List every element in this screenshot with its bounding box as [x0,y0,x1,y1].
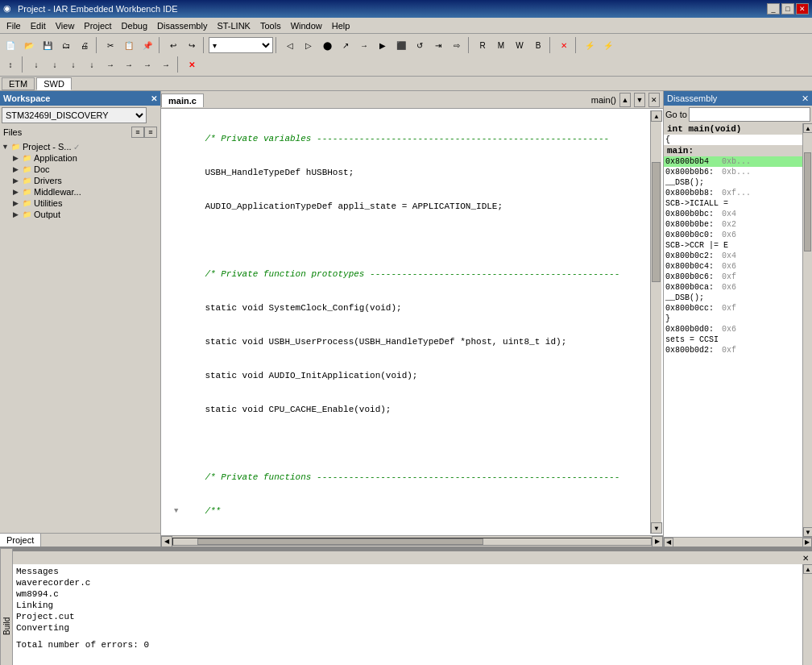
copy-button[interactable]: 📋 [120,37,138,53]
mw-folder-icon: 📁 [21,187,32,197]
debug-over-button[interactable]: ⇨ [448,37,466,53]
etm-tab[interactable]: ETM [2,77,35,90]
paste-button[interactable]: 📌 [139,37,156,53]
maximize-button[interactable]: □ [781,3,794,15]
disasm-scroll-left[interactable]: ◀ [664,538,673,547]
scroll-up-btn[interactable]: ▲ [619,93,631,107]
editor-scrollbar-h[interactable]: ◀ ▶ [161,535,663,547]
toggle-btn[interactable]: ↕ [2,56,19,73]
debug-out-button[interactable]: ⇥ [429,37,447,53]
scroll-track-v[interactable] [651,122,661,522]
step4-btn[interactable]: ↓ [83,56,101,73]
build-side-tab[interactable]: Build [0,548,13,665]
target-dropdown[interactable]: ▾ [209,37,273,53]
files-btn-2[interactable]: ≡ [144,127,157,138]
menu-debug[interactable]: Debug [117,19,152,32]
disasm-scroll-thumb[interactable] [804,152,811,251]
tree-item-drivers[interactable]: ▶ 📁 Drivers [2,175,159,186]
save-button[interactable]: 💾 [39,37,56,53]
bp-toggle-button[interactable]: ⬤ [318,37,336,53]
editor-scrollbar-v[interactable]: ▲ ▼ [650,110,661,534]
scroll-thumb-h[interactable] [197,538,484,545]
menu-window[interactable]: Window [286,19,327,32]
step5-btn[interactable]: → [102,56,119,73]
editor-close-btn[interactable]: ✕ [648,93,660,107]
menu-file[interactable]: File [2,19,26,32]
msg-line-4: Project.cut [16,611,799,622]
menu-view[interactable]: View [51,19,80,32]
menu-help[interactable]: Help [327,19,355,32]
files-btn-1[interactable]: ≡ [131,127,144,138]
debug-ext2-button[interactable]: ⚡ [599,37,617,53]
line-collapse-12[interactable]: ▼ [174,505,184,517]
step1-btn[interactable]: ↓ [27,56,45,73]
step8-btn[interactable]: → [157,56,175,73]
step7-btn[interactable]: → [139,56,156,73]
bottom-scrollbar-v[interactable]: ▲ ▼ [802,564,812,665]
step6-btn[interactable]: → [120,56,138,73]
debug-step-button[interactable]: ↗ [337,37,354,53]
disasm-scroll-right[interactable]: ▶ [802,538,812,547]
menu-disassembly[interactable]: Disassembly [152,19,212,32]
scroll-thumb-v[interactable] [652,162,661,282]
stop-x-btn[interactable]: ✕ [183,56,201,73]
redo-button[interactable]: ↪ [183,37,201,53]
goto-input[interactable] [689,107,810,122]
debug-fwd-button[interactable]: ▷ [300,37,317,53]
open-button[interactable]: 📂 [20,37,38,53]
debug-back-button[interactable]: ◁ [281,37,299,53]
bottom-scroll-track[interactable] [803,574,812,665]
debug-next-button[interactable]: → [355,37,373,53]
disassembly-scrollbar[interactable]: ▲ ▼ [802,123,812,537]
watch-button[interactable]: W [511,37,528,53]
editor-tab-main[interactable]: main.c [161,94,204,107]
tree-item-doc[interactable]: ▶ 📁 Doc [2,164,159,175]
code-editor[interactable]: /* Private variables -------------------… [161,109,663,535]
tree-item-output[interactable]: ▶ 📁 Output [2,209,159,220]
scroll-down-arrow[interactable]: ▼ [651,522,662,534]
scroll-up-arrow[interactable]: ▲ [651,110,662,122]
minimize-button[interactable]: _ [767,3,780,15]
menu-project[interactable]: Project [79,19,116,32]
tree-item-middleware[interactable]: ▶ 📁 Middlewar... [2,186,159,197]
disassembly-close-icon[interactable]: ✕ [802,94,809,104]
project-tab[interactable]: Project [0,534,41,547]
scroll-right-arrow[interactable]: ▶ [652,536,663,547]
stop-debug-button[interactable]: ✕ [555,37,573,53]
bottom-panel-close-icon[interactable]: ✕ [802,554,809,563]
tree-item-utilities[interactable]: ▶ 📁 Utilities [2,197,159,209]
scroll-left-arrow[interactable]: ◀ [161,536,172,547]
cut-button[interactable]: ✂ [102,37,119,53]
debug-stop-button[interactable]: ⬛ [392,37,410,53]
disasm-scroll-track[interactable] [803,133,812,527]
swd-tab[interactable]: SWD [36,77,72,90]
scroll-track-h[interactable] [172,538,652,546]
scroll-down-btn[interactable]: ▼ [634,93,645,107]
debug-restart-button[interactable]: ↺ [411,37,429,53]
step2-btn[interactable]: ↓ [46,56,64,73]
register-button[interactable]: R [474,37,491,53]
debug-run-button[interactable]: ▶ [374,37,392,53]
disasm-scroll-down[interactable]: ▼ [803,527,812,537]
bottom-scroll-up[interactable]: ▲ [803,564,812,574]
print-button[interactable]: 🖨 [76,37,93,53]
memory-button[interactable]: M [492,37,510,53]
disasm-line: 0x800b0c4: 0x6 [664,261,802,272]
bp-list-button[interactable]: B [529,37,547,53]
disasm-label-main: int main(void) [664,123,802,135]
save-all-button[interactable]: 🗂 [57,37,75,53]
disasm-scroll-up[interactable]: ▲ [803,123,812,133]
tree-item-application[interactable]: ▶ 📁 Application [2,152,159,164]
new-button[interactable]: 📄 [2,37,19,53]
debug-ext-button[interactable]: ⚡ [581,37,599,53]
menu-edit[interactable]: Edit [26,19,51,32]
close-button[interactable]: ✕ [796,3,809,15]
disasm-scrollbar-h[interactable]: ◀ ▶ [664,537,812,547]
workspace-dropdown[interactable]: STM32469I_DISCOVERY [2,107,147,123]
menu-tools[interactable]: Tools [255,19,286,32]
undo-button[interactable]: ↩ [164,37,182,53]
menu-stlink[interactable]: ST-LINK [212,19,255,32]
step3-btn[interactable]: ↓ [64,56,82,73]
tree-item-project[interactable]: ▼ 📁 Project - S... ✓ [2,141,159,152]
workspace-close-icon[interactable]: ✕ [151,94,157,103]
